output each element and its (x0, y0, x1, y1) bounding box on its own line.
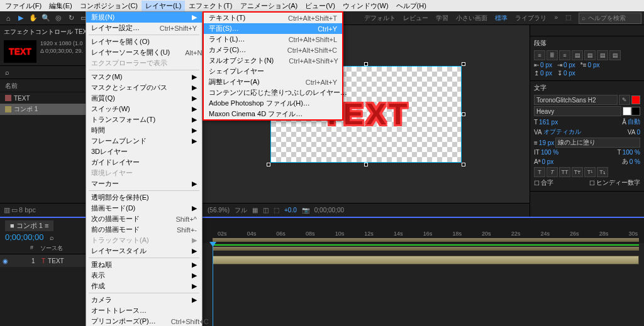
menu-item[interactable]: 調整レイヤー(A)Ctrl+Alt+Y (204, 77, 342, 87)
tsume-value[interactable]: 0 % (630, 158, 640, 165)
menu-item[interactable]: 表示▶ (86, 270, 202, 281)
stroke-width-value[interactable]: 19 px (539, 139, 554, 146)
allcaps-icon[interactable]: TT (559, 167, 570, 177)
search-icon[interactable]: ⌕ (5, 68, 9, 76)
menu-animation[interactable]: アニメーション(A) (236, 1, 302, 11)
ws-small[interactable]: 小さい画面 (456, 14, 487, 23)
menu-composition[interactable]: コンポジション(C) (76, 1, 142, 11)
menu-item[interactable]: 新規(N)▶ (86, 12, 202, 23)
menu-item[interactable]: 3Dレイヤー (86, 146, 202, 157)
menu-item[interactable]: マスク(M)▶ (86, 72, 202, 82)
space-after-value[interactable]: 0 px (564, 70, 575, 77)
grid-icon[interactable]: ▦ (252, 207, 258, 214)
hindi-checkbox[interactable]: ☐ (589, 180, 595, 187)
font-size-value[interactable]: 161 px (539, 119, 558, 126)
comp-thumbnail[interactable]: TEXT (4, 40, 36, 63)
zoom-value[interactable]: (56.9%) (208, 207, 230, 214)
menu-item[interactable]: 作成▶ (86, 281, 202, 291)
menu-item[interactable]: 次の描画モードShift+^ (86, 214, 202, 224)
menu-item[interactable]: スイッチ(W)▶ (86, 104, 202, 114)
justify-center-icon[interactable]: ▤ (584, 50, 596, 60)
preview-tc[interactable]: 0;00;00;00 (314, 207, 344, 214)
interpret-icon[interactable]: ▥ (4, 206, 10, 214)
eyedropper-icon[interactable]: ✎ (619, 95, 630, 105)
menu-file[interactable]: ファイル(F) (1, 1, 45, 11)
menu-item[interactable]: テキスト(T)Ctrl+Alt+Shift+T (204, 13, 342, 23)
indent-left-value[interactable]: 0 px (540, 62, 552, 68)
menu-item[interactable]: トランスフォーム(T)▶ (86, 114, 202, 125)
font-weight-dropdown[interactable]: Heavy (534, 106, 621, 116)
justify-right-icon[interactable]: ▤ (597, 50, 608, 60)
menu-item[interactable]: マーカー▶ (86, 178, 202, 189)
space-before-value[interactable]: 0 px (540, 70, 552, 77)
ws-more-icon[interactable]: » (554, 14, 558, 23)
menu-edit[interactable]: 編集(E) (45, 1, 76, 11)
stroke-black-swatch[interactable] (631, 107, 640, 116)
menu-layer[interactable]: レイヤー(L) (142, 1, 185, 11)
bpc-toggle[interactable]: 8 bpc (19, 206, 36, 214)
hscale-value[interactable]: 100 % (623, 149, 640, 156)
menu-view[interactable]: ビュー(V) (301, 1, 339, 11)
menu-item[interactable]: オートトレース… (86, 305, 202, 316)
ws-sync-icon[interactable]: ⬚ (565, 14, 571, 23)
align-center-icon[interactable]: ≣ (547, 50, 558, 60)
orbit-tool-icon[interactable]: ◎ (53, 13, 64, 24)
menu-item[interactable]: 前の描画モードShift+- (86, 224, 202, 235)
hand-tool-icon[interactable]: ✋ (28, 13, 39, 24)
ligature-checkbox[interactable]: ☐ (534, 180, 540, 187)
timeline-tracks[interactable] (203, 243, 644, 326)
menu-window[interactable]: ウィンドウ(W) (339, 1, 392, 11)
ws-review[interactable]: レビュー (403, 14, 428, 23)
menu-item[interactable]: 平面(S)…Ctrl+Y (204, 23, 342, 34)
work-area-bar[interactable] (213, 244, 639, 246)
menu-item[interactable]: Adobe Photoshop ファイル(H)… (204, 98, 342, 109)
menu-item[interactable]: レイヤーソースを開く(U)Alt+Numpad Enter (86, 47, 202, 58)
menu-item[interactable]: レイヤーを開く(O) (86, 36, 202, 47)
playhead[interactable] (213, 243, 213, 326)
home-icon[interactable]: ⌂ (3, 13, 14, 24)
menu-item[interactable]: 環境レイヤー (86, 168, 202, 178)
leading-value[interactable]: 自動 (628, 117, 640, 126)
menu-item[interactable]: ヌルオブジェクト(N)Ctrl+Alt+Shift+Y (204, 55, 342, 66)
ws-default[interactable]: デフォルト (364, 14, 396, 23)
vscale-value[interactable]: 100 % (541, 149, 558, 156)
stroke-order-dropdown[interactable]: 線の上に塗り (555, 138, 640, 148)
align-left-icon[interactable]: ≡ (534, 50, 545, 60)
layer-duration-bar[interactable] (213, 256, 639, 264)
menu-item[interactable]: 重ね順▶ (86, 259, 202, 270)
stroke-white-swatch[interactable] (623, 107, 631, 116)
menu-item[interactable]: コンテンツに応じた塗りつぶしのレイヤー… (204, 87, 342, 98)
menu-item[interactable]: トラックマット(A)▶ (86, 235, 202, 246)
smallcaps-icon[interactable]: Tᴛ (572, 167, 583, 177)
baseline-value[interactable]: 0 px (541, 158, 553, 165)
menu-item[interactable]: レイヤー設定…Ctrl+Shift+Y (86, 23, 202, 33)
help-search[interactable]: ⌕ ヘルプを検索 (579, 13, 641, 24)
superscript-icon[interactable]: T¹ (584, 167, 596, 177)
zoom-tool-icon[interactable]: 🔍 (40, 13, 52, 24)
menu-item[interactable]: カメラ(C)…Ctrl+Alt+Shift+C (204, 45, 342, 55)
menu-item[interactable]: フレームブレンド▶ (86, 136, 202, 146)
tracking-value[interactable]: 0 (636, 129, 640, 136)
justify-left-icon[interactable]: ▤ (572, 50, 583, 60)
menu-item[interactable]: 描画モード(D)▶ (86, 203, 202, 214)
ws-learn[interactable]: 学習 (436, 14, 448, 23)
subscript-icon[interactable]: T₁ (597, 167, 608, 177)
menu-item[interactable]: カメラ▶ (86, 295, 202, 305)
ws-standard[interactable]: 標準 (495, 14, 508, 23)
rotate-tool-icon[interactable]: ↻ (65, 13, 77, 24)
align-right-icon[interactable]: ≡ (559, 50, 570, 60)
ws-library[interactable]: ライブラリ (515, 14, 547, 23)
tl-search-icon[interactable]: ⌕ (50, 234, 54, 241)
menu-item[interactable]: Maxon Cinema 4D ファイル… (204, 109, 342, 119)
menu-item[interactable]: ガイドレイヤー (86, 157, 202, 168)
italic-icon[interactable]: T (547, 167, 558, 177)
folder-icon[interactable]: ▭ (11, 206, 18, 214)
menu-effect[interactable]: エフェクト(T) (185, 1, 236, 11)
time-ruler[interactable]: 02s04s06s08s10s12s14s16s18s20s22s24s26s2… (203, 218, 644, 243)
menu-item[interactable]: 透明部分を保持(E) (86, 192, 202, 203)
kerning-value[interactable]: オプティカル (543, 128, 581, 136)
justify-all-icon[interactable]: ▤ (609, 50, 621, 60)
indent-right-value[interactable]: 0 px (564, 62, 575, 68)
visibility-icon[interactable]: ◉ (3, 258, 11, 264)
font-family-dropdown[interactable]: ToronoGlitchSans H2 (534, 95, 618, 105)
